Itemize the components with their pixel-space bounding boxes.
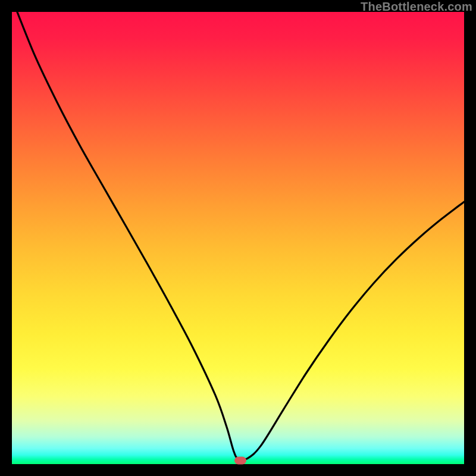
chart-frame: TheBottleneck.com [0,0,476,476]
optimal-marker [234,456,246,464]
bottleneck-curve [12,12,464,460]
plot-area [12,12,464,464]
curve-svg [12,12,464,464]
